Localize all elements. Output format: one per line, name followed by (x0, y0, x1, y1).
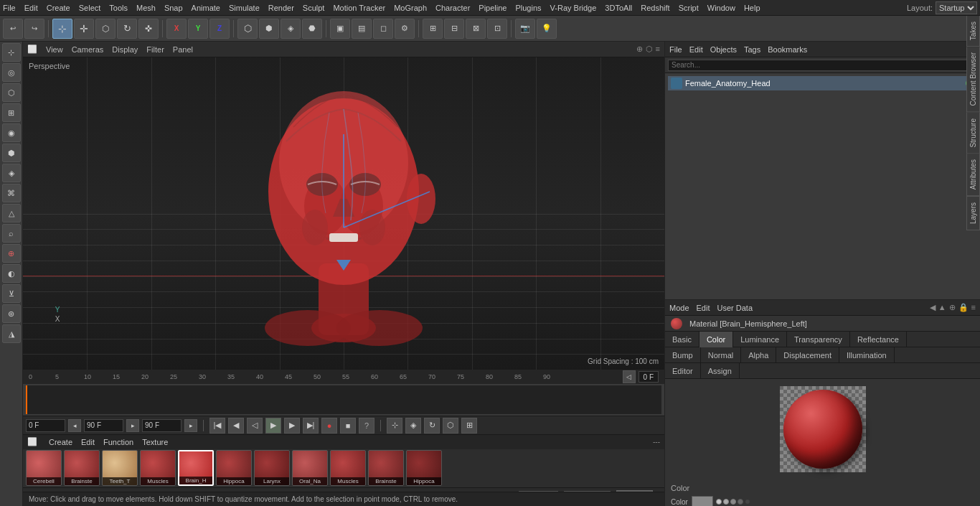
go-end-btn[interactable]: ▶| (303, 418, 319, 434)
attr-mode-menu[interactable]: Mode (669, 304, 689, 312)
poly-mode[interactable]: ◈ (281, 19, 301, 39)
mat-hippoca2[interactable]: Hippoca (406, 450, 442, 486)
tab-illumination[interactable]: Illumination (839, 347, 895, 363)
preview-btn[interactable]: ⬡ (443, 418, 458, 434)
mat-larynx[interactable]: Larynx (254, 450, 290, 486)
axis-y-btn[interactable]: Y (188, 19, 208, 39)
camera-btn[interactable]: 📷 (515, 19, 535, 39)
preset-4[interactable] (738, 499, 743, 505)
snap-btn[interactable]: ⊞ (423, 19, 443, 39)
mat-edit-menu[interactable]: Edit (81, 438, 95, 446)
preview-end-field[interactable]: 90 F (142, 419, 182, 432)
attr-userdata-menu[interactable]: User Data (717, 304, 753, 312)
menu-select[interactable]: Select (79, 4, 101, 12)
mat-teeth[interactable]: Teeth_T (102, 450, 138, 486)
snap-mid[interactable]: ⊠ (466, 19, 486, 39)
render-settings[interactable]: ⚙ (395, 19, 415, 39)
snap-edge[interactable]: ⊡ (487, 19, 507, 39)
menu-plugins[interactable]: Plugins (515, 4, 541, 12)
vp-config-icon[interactable]: ≡ (656, 44, 660, 54)
mat-brain-h[interactable]: Brain_H (178, 450, 214, 486)
go-start-btn[interactable]: |◀ (209, 418, 225, 434)
prev-frame-btn[interactable]: ◀ (228, 418, 244, 434)
menu-create[interactable]: Create (47, 4, 70, 12)
move-tool[interactable]: ✛ (74, 19, 94, 39)
attr-config-icon[interactable]: ≡ (971, 303, 976, 312)
prev-play-btn[interactable]: ◁ (247, 418, 263, 434)
sidebar-btn-7[interactable]: ◈ (2, 164, 21, 182)
render-preview[interactable]: ▣ (330, 19, 350, 39)
menu-motion-tracker[interactable]: Motion Tracker (333, 4, 385, 12)
obj-tags-menu[interactable]: Tags (744, 45, 760, 54)
menu-redshift[interactable]: Redshift (641, 4, 669, 12)
end-frame-field[interactable]: 90 F (84, 419, 123, 432)
mat-oral[interactable]: Oral_Na (292, 450, 328, 486)
scale-tool[interactable]: ⬡ (95, 19, 116, 39)
sidebar-btn-14[interactable]: ⊛ (2, 304, 21, 323)
mat-brainste[interactable]: Brainste (64, 450, 100, 486)
layout-dropdown[interactable]: Startup (936, 1, 977, 14)
menu-help[interactable]: Help (744, 4, 760, 12)
grid-btn[interactable]: ⊞ (461, 418, 477, 434)
undo-button[interactable]: ↩ (3, 19, 23, 39)
menu-mesh[interactable]: Mesh (136, 4, 156, 12)
vp-view-menu[interactable]: View (46, 45, 63, 54)
attr-back-icon[interactable]: ◀ (930, 303, 936, 312)
mat-brainste2[interactable]: Brainste (368, 450, 404, 486)
light-btn[interactable]: 💡 (537, 19, 557, 39)
menu-tools[interactable]: Tools (109, 4, 128, 12)
tab-structure[interactable]: Structure (966, 113, 980, 154)
render-to-po[interactable]: ▤ (352, 19, 372, 39)
menu-simulate[interactable]: Simulate (229, 4, 260, 12)
preset-2[interactable] (723, 499, 729, 505)
vp-cameras-menu[interactable]: Cameras (72, 45, 104, 54)
points-mode[interactable]: ⬡ (237, 19, 258, 39)
sidebar-btn-2[interactable]: ◎ (2, 63, 21, 82)
menu-render[interactable]: Render (268, 4, 294, 12)
viewport-3d[interactable]: Y X (23, 57, 664, 370)
menu-edit[interactable]: Edit (24, 4, 38, 12)
menu-script[interactable]: Script (679, 4, 699, 12)
tab-assign[interactable]: Assign (701, 363, 740, 379)
tab-layers[interactable]: Layers (966, 196, 980, 230)
axis-z-btn[interactable]: Z (209, 19, 230, 39)
attr-edit-menu[interactable]: Edit (697, 304, 710, 312)
vp-lock-icon[interactable]: ⊕ (636, 44, 643, 54)
tab-editor[interactable]: Editor (665, 363, 701, 379)
redo-button[interactable]: ↪ (24, 19, 44, 39)
sidebar-btn-6[interactable]: ⬢ (2, 144, 21, 162)
mat-muscles2[interactable]: Muscles (330, 450, 366, 486)
sidebar-btn-15[interactable]: ◮ (2, 324, 21, 343)
menu-sculpt[interactable]: Sculpt (303, 4, 325, 12)
vp-filter-menu[interactable]: Filter (146, 45, 164, 54)
attr-lock-icon[interactable]: 🔒 (958, 303, 969, 312)
vp-display-menu[interactable]: Display (112, 45, 138, 54)
next-frame-btn[interactable]: ▶ (284, 418, 300, 434)
preset-1[interactable] (716, 499, 722, 505)
autokey-btn[interactable]: ◈ (405, 418, 421, 434)
attr-search-icon[interactable]: ⊕ (949, 303, 956, 312)
timeline-track[interactable] (26, 385, 661, 414)
sidebar-btn-11[interactable]: ⊕ (2, 244, 21, 263)
sidebar-btn-8[interactable]: ⌘ (2, 184, 21, 202)
mat-texture-menu[interactable]: Texture (142, 438, 168, 446)
menu-pipeline[interactable]: Pipeline (479, 4, 507, 12)
obj-bookmarks-menu[interactable]: Bookmarks (768, 45, 807, 54)
menu-character[interactable]: Character (435, 4, 470, 12)
tab-transparency[interactable]: Transparency (787, 332, 850, 347)
edges-mode[interactable]: ⬢ (259, 19, 279, 39)
obj-objects-menu[interactable]: Objects (710, 45, 737, 54)
sidebar-btn-4[interactable]: ⊞ (2, 103, 21, 122)
obj-file-menu[interactable]: File (669, 45, 682, 54)
mat-muscles[interactable]: Muscles (140, 450, 176, 486)
tab-takes[interactable]: Takes (966, 16, 980, 47)
tab-attributes[interactable]: Attributes (966, 154, 980, 196)
sidebar-btn-10[interactable]: ⌕ (2, 224, 21, 243)
tab-reflectance[interactable]: Reflectance (850, 332, 907, 347)
frame-minus[interactable]: ◁ (623, 370, 636, 383)
color-swatch[interactable] (692, 496, 713, 506)
start-frame-field[interactable]: 0 F (26, 419, 65, 432)
mat-cerebell[interactable]: Cerebell (26, 450, 62, 486)
help-btn[interactable]: ? (359, 418, 374, 434)
sidebar-btn-1[interactable]: ⊹ (2, 43, 21, 62)
